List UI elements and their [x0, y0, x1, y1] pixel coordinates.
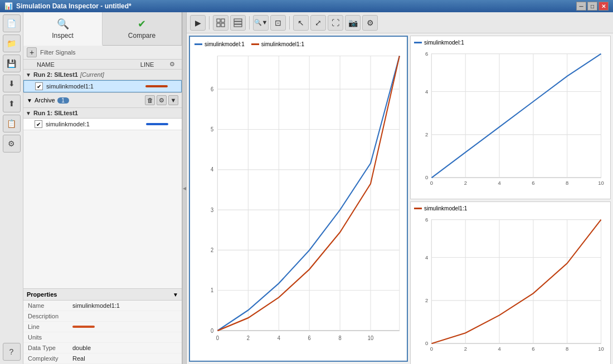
- expand-button[interactable]: ⤢: [310, 15, 326, 31]
- toolbar-sep-1: [209, 16, 210, 29]
- properties-chevron-icon: ▼: [173, 292, 178, 298]
- properties-header[interactable]: Properties ▼: [23, 289, 182, 301]
- new-file-icon[interactable]: 📄: [3, 14, 21, 32]
- bottom-right-chart-body: 0 2 4 6 8 10 0 2 4 6: [414, 214, 607, 361]
- chart-bottom-right[interactable]: simulinkmodel1:1: [410, 201, 611, 364]
- legend-item-orange: simulinkmodel1:1: [251, 41, 304, 47]
- toolbar-sep-2: [249, 16, 250, 29]
- app-title: Simulation Data Inspector - untitled*: [16, 2, 576, 10]
- prop-val-units: [72, 334, 177, 341]
- svg-rect-2: [217, 23, 220, 27]
- save-icon[interactable]: 💾: [3, 55, 21, 72]
- svg-text:4: 4: [425, 88, 428, 95]
- tab-compare[interactable]: ✔ Compare: [103, 12, 182, 45]
- filter-signals-label: Filter Signals: [40, 49, 76, 56]
- prop-row-dtype: Data Type double: [23, 343, 182, 353]
- charts-area: simulinkmodel:1 simulinkmodel1:1: [187, 33, 613, 364]
- svg-text:10: 10: [598, 180, 604, 186]
- svg-text:4: 4: [278, 335, 281, 342]
- collapse-handle[interactable]: ◀: [182, 12, 187, 364]
- signals-area: ▼ Run 2: SILtest1 [Current] ✔ simulinkmo…: [23, 70, 182, 288]
- inspect-tab-label: Inspect: [52, 32, 74, 40]
- download-icon[interactable]: ⬇: [3, 75, 21, 92]
- filter-add-button[interactable]: +: [27, 47, 37, 57]
- prop-row-name: Name simulinkmodel1:1: [23, 301, 182, 311]
- prop-row-desc: Description: [23, 311, 182, 322]
- bottom-right-legend-color: [414, 208, 422, 209]
- svg-text:2: 2: [464, 180, 467, 186]
- archive-header[interactable]: ▼ Archive 1 🗑 ⚙ ▼: [23, 92, 182, 108]
- svg-text:6: 6: [308, 335, 312, 342]
- signal-row-archive[interactable]: ✔ simulinkmodel:1: [23, 119, 182, 130]
- svg-rect-6: [234, 24, 242, 27]
- svg-text:0: 0: [430, 346, 433, 352]
- archive-settings-button[interactable]: ⚙: [157, 95, 167, 105]
- compare-icon: ✔: [138, 18, 146, 30]
- tab-inspect[interactable]: 🔍 Inspect: [23, 12, 103, 46]
- layout-2x2-button[interactable]: [213, 15, 228, 31]
- svg-text:8: 8: [566, 346, 568, 352]
- prop-val-name: simulinkmodel1:1: [72, 302, 177, 309]
- svg-text:6: 6: [532, 346, 534, 352]
- charts-right: simulinkmodel:1: [410, 36, 611, 362]
- play-button[interactable]: ▶: [190, 15, 206, 31]
- zoom-fit-button[interactable]: ⊡: [270, 15, 286, 31]
- fullscreen-button[interactable]: ⛶: [328, 15, 343, 31]
- upload-icon[interactable]: ⬆: [3, 95, 21, 112]
- col-line-header: LINE: [125, 61, 169, 68]
- current-run-header[interactable]: ▼ Run 2: SILtest1 [Current]: [23, 70, 182, 80]
- col-settings-icon[interactable]: ⚙: [169, 61, 179, 68]
- title-bar: 📊 Simulation Data Inspector - untitled* …: [0, 0, 613, 12]
- prop-key-complexity: Complexity: [28, 355, 72, 362]
- signal-line-archive: [135, 123, 179, 125]
- properties-section: Properties ▼ Name simulinkmodel1:1 Descr…: [23, 288, 182, 364]
- svg-rect-1: [221, 19, 225, 22]
- restore-button[interactable]: □: [587, 2, 597, 11]
- main-chart-legend: simulinkmodel:1 simulinkmodel1:1: [194, 41, 402, 47]
- prop-row-complexity: Complexity Real: [23, 353, 182, 364]
- svg-rect-0: [217, 19, 220, 22]
- signal-row-current[interactable]: ✔ simulinkmodel1:1: [23, 80, 182, 92]
- gear-button[interactable]: ⚙: [362, 15, 378, 31]
- select-tool-button[interactable]: ↖: [293, 15, 309, 31]
- chart-top-right[interactable]: simulinkmodel:1: [410, 36, 611, 199]
- open-folder-icon[interactable]: 📁: [3, 35, 21, 52]
- top-right-legend-item: simulinkmodel:1: [414, 40, 464, 46]
- col-name-header: NAME: [26, 61, 125, 68]
- svg-text:2: 2: [211, 247, 213, 253]
- layout-grid-button[interactable]: [230, 15, 246, 31]
- minimize-button[interactable]: ─: [576, 2, 586, 11]
- svg-text:2: 2: [247, 335, 250, 342]
- svg-text:4: 4: [425, 254, 428, 260]
- left-panel: 🔍 Inspect ✔ Compare + Filter Signals NAM…: [23, 12, 182, 364]
- signal-name-current: simulinkmodel1:1: [46, 83, 134, 90]
- top-right-svg: 0 2 4 6 8 10 0 2 4 6: [414, 48, 607, 195]
- snapshot-button[interactable]: 📷: [345, 15, 361, 31]
- archive-delete-button[interactable]: 🗑: [145, 95, 155, 105]
- svg-text:0: 0: [430, 180, 433, 186]
- signal-checkbox-current[interactable]: ✔: [35, 82, 43, 90]
- svg-text:8: 8: [339, 335, 342, 342]
- inspect-icon: 🔍: [57, 18, 69, 30]
- archive-expand-button[interactable]: ▼: [168, 95, 178, 105]
- top-right-legend: simulinkmodel:1: [414, 40, 607, 46]
- settings-icon[interactable]: ⚙: [3, 135, 21, 153]
- svg-text:0: 0: [216, 335, 220, 342]
- svg-rect-5: [234, 22, 242, 24]
- legend-color-blue: [194, 43, 202, 45]
- help-icon[interactable]: ?: [3, 343, 21, 361]
- top-right-legend-color: [414, 42, 422, 43]
- svg-text:2: 2: [464, 346, 467, 352]
- close-button[interactable]: ✕: [599, 2, 609, 11]
- chart-main[interactable]: simulinkmodel:1 simulinkmodel1:1: [189, 36, 408, 362]
- svg-rect-3: [221, 23, 225, 27]
- prop-key-dtype: Data Type: [28, 345, 72, 351]
- signal-name-archive: simulinkmodel:1: [46, 121, 135, 127]
- document-icon[interactable]: 📋: [3, 115, 21, 132]
- prop-key-name: Name: [28, 302, 72, 309]
- top-right-chart-body: 0 2 4 6 8 10 0 2 4 6: [414, 48, 607, 195]
- prop-line-preview: [72, 326, 95, 328]
- zoom-dropdown-button[interactable]: 🔍▼: [253, 15, 269, 31]
- archive-run-header[interactable]: ▼ Run 1: SILtest1: [23, 108, 182, 119]
- signal-checkbox-archive[interactable]: ✔: [35, 120, 42, 128]
